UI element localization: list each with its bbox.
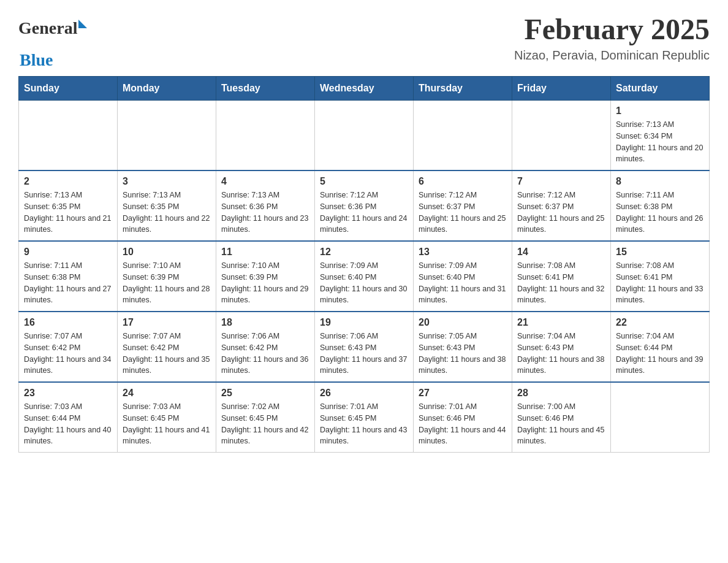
day-number: 13 [419, 247, 507, 258]
day-number: 9 [24, 247, 112, 258]
calendar-cell: 10Sunrise: 7:10 AMSunset: 6:39 PMDayligh… [118, 241, 216, 312]
column-header-saturday: Saturday [611, 77, 710, 101]
logo: General [18, 18, 87, 38]
column-header-tuesday: Tuesday [216, 77, 315, 101]
calendar-week-row: 16Sunrise: 7:07 AMSunset: 6:42 PMDayligh… [19, 312, 710, 382]
day-info: Sunrise: 7:12 AMSunset: 6:37 PMDaylight:… [517, 190, 605, 236]
calendar-cell [19, 101, 118, 171]
calendar-cell: 1Sunrise: 7:13 AMSunset: 6:34 PMDaylight… [611, 101, 710, 171]
day-info: Sunrise: 7:02 AMSunset: 6:45 PMDaylight:… [221, 401, 309, 447]
day-number: 3 [123, 176, 211, 187]
day-info: Sunrise: 7:04 AMSunset: 6:44 PMDaylight:… [616, 331, 704, 377]
day-number: 8 [616, 176, 704, 187]
calendar-cell: 21Sunrise: 7:04 AMSunset: 6:43 PMDayligh… [512, 312, 611, 382]
day-number: 24 [123, 388, 211, 399]
column-header-wednesday: Wednesday [315, 77, 414, 101]
day-info: Sunrise: 7:13 AMSunset: 6:36 PMDaylight:… [221, 190, 309, 236]
day-info: Sunrise: 7:08 AMSunset: 6:41 PMDaylight:… [616, 260, 704, 306]
calendar-cell: 8Sunrise: 7:11 AMSunset: 6:38 PMDaylight… [611, 170, 710, 241]
day-info: Sunrise: 7:06 AMSunset: 6:43 PMDaylight:… [320, 331, 408, 377]
day-info: Sunrise: 7:10 AMSunset: 6:39 PMDaylight:… [123, 260, 211, 306]
calendar-cell: 19Sunrise: 7:06 AMSunset: 6:43 PMDayligh… [315, 312, 414, 382]
calendar-cell: 2Sunrise: 7:13 AMSunset: 6:35 PMDaylight… [19, 170, 118, 241]
column-header-friday: Friday [512, 77, 611, 101]
day-number: 1 [616, 105, 704, 117]
day-number: 20 [419, 317, 507, 328]
day-number: 11 [221, 247, 309, 258]
day-info: Sunrise: 7:08 AMSunset: 6:41 PMDaylight:… [517, 260, 605, 306]
calendar-cell: 18Sunrise: 7:06 AMSunset: 6:42 PMDayligh… [216, 312, 315, 382]
calendar-header-row: SundayMondayTuesdayWednesdayThursdayFrid… [19, 77, 710, 101]
calendar-cell: 25Sunrise: 7:02 AMSunset: 6:45 PMDayligh… [216, 382, 315, 453]
calendar-subtitle: Nizao, Peravia, Dominican Republic [514, 48, 710, 63]
day-info: Sunrise: 7:11 AMSunset: 6:38 PMDaylight:… [24, 260, 112, 306]
day-number: 7 [517, 176, 605, 187]
calendar-cell [414, 101, 512, 171]
logo-blue: Blue [20, 50, 53, 69]
calendar-cell: 27Sunrise: 7:01 AMSunset: 6:46 PMDayligh… [414, 382, 512, 453]
calendar-cell: 11Sunrise: 7:10 AMSunset: 6:39 PMDayligh… [216, 241, 315, 312]
calendar-cell: 15Sunrise: 7:08 AMSunset: 6:41 PMDayligh… [611, 241, 710, 312]
column-header-thursday: Thursday [414, 77, 512, 101]
day-number: 15 [616, 247, 704, 258]
day-info: Sunrise: 7:07 AMSunset: 6:42 PMDaylight:… [24, 331, 112, 377]
calendar-cell: 5Sunrise: 7:12 AMSunset: 6:36 PMDaylight… [315, 170, 414, 241]
day-number: 16 [24, 317, 112, 328]
day-info: Sunrise: 7:12 AMSunset: 6:37 PMDaylight:… [419, 190, 507, 236]
calendar-cell: 22Sunrise: 7:04 AMSunset: 6:44 PMDayligh… [611, 312, 710, 382]
calendar-week-row: 9Sunrise: 7:11 AMSunset: 6:38 PMDaylight… [19, 241, 710, 312]
title-block: February 2025 Nizao, Peravia, Dominican … [514, 12, 710, 63]
day-info: Sunrise: 7:13 AMSunset: 6:35 PMDaylight:… [123, 190, 211, 236]
calendar-cell: 3Sunrise: 7:13 AMSunset: 6:35 PMDaylight… [118, 170, 216, 241]
day-info: Sunrise: 7:11 AMSunset: 6:38 PMDaylight:… [616, 190, 704, 236]
calendar-cell: 23Sunrise: 7:03 AMSunset: 6:44 PMDayligh… [19, 382, 118, 453]
calendar-cell: 26Sunrise: 7:01 AMSunset: 6:45 PMDayligh… [315, 382, 414, 453]
calendar-cell [216, 101, 315, 171]
calendar-cell: 12Sunrise: 7:09 AMSunset: 6:40 PMDayligh… [315, 241, 414, 312]
day-number: 22 [616, 317, 704, 328]
day-info: Sunrise: 7:00 AMSunset: 6:46 PMDaylight:… [517, 401, 605, 447]
calendar-cell [611, 382, 710, 453]
day-info: Sunrise: 7:13 AMSunset: 6:35 PMDaylight:… [24, 190, 112, 236]
day-info: Sunrise: 7:12 AMSunset: 6:36 PMDaylight:… [320, 190, 408, 236]
calendar-cell [315, 101, 414, 171]
day-number: 26 [320, 388, 408, 399]
day-number: 28 [517, 388, 605, 399]
day-number: 17 [123, 317, 211, 328]
calendar-week-row: 1Sunrise: 7:13 AMSunset: 6:34 PMDaylight… [19, 101, 710, 171]
day-number: 12 [320, 247, 408, 258]
day-number: 18 [221, 317, 309, 328]
day-info: Sunrise: 7:03 AMSunset: 6:44 PMDaylight:… [24, 401, 112, 447]
day-number: 25 [221, 388, 309, 399]
day-number: 23 [24, 388, 112, 399]
day-info: Sunrise: 7:06 AMSunset: 6:42 PMDaylight:… [221, 331, 309, 377]
calendar-cell: 4Sunrise: 7:13 AMSunset: 6:36 PMDaylight… [216, 170, 315, 241]
day-number: 19 [320, 317, 408, 328]
calendar-cell [512, 101, 611, 171]
calendar-cell: 16Sunrise: 7:07 AMSunset: 6:42 PMDayligh… [19, 312, 118, 382]
calendar-cell: 6Sunrise: 7:12 AMSunset: 6:37 PMDaylight… [414, 170, 512, 241]
day-number: 21 [517, 317, 605, 328]
column-header-monday: Monday [118, 77, 216, 101]
calendar-table: SundayMondayTuesdayWednesdayThursdayFrid… [18, 76, 710, 453]
day-info: Sunrise: 7:04 AMSunset: 6:43 PMDaylight:… [517, 331, 605, 377]
logo-triangle-icon [78, 20, 87, 28]
day-number: 14 [517, 247, 605, 258]
calendar-cell: 20Sunrise: 7:05 AMSunset: 6:43 PMDayligh… [414, 312, 512, 382]
day-info: Sunrise: 7:01 AMSunset: 6:45 PMDaylight:… [320, 401, 408, 447]
day-info: Sunrise: 7:09 AMSunset: 6:40 PMDaylight:… [320, 260, 408, 306]
day-info: Sunrise: 7:07 AMSunset: 6:42 PMDaylight:… [123, 331, 211, 377]
day-info: Sunrise: 7:10 AMSunset: 6:39 PMDaylight:… [221, 260, 309, 306]
day-number: 4 [221, 176, 309, 187]
calendar-cell: 14Sunrise: 7:08 AMSunset: 6:41 PMDayligh… [512, 241, 611, 312]
calendar-cell: 13Sunrise: 7:09 AMSunset: 6:40 PMDayligh… [414, 241, 512, 312]
day-info: Sunrise: 7:01 AMSunset: 6:46 PMDaylight:… [419, 401, 507, 447]
calendar-cell: 28Sunrise: 7:00 AMSunset: 6:46 PMDayligh… [512, 382, 611, 453]
day-info: Sunrise: 7:13 AMSunset: 6:34 PMDaylight:… [616, 119, 704, 165]
calendar-cell: 7Sunrise: 7:12 AMSunset: 6:37 PMDaylight… [512, 170, 611, 241]
day-number: 27 [419, 388, 507, 399]
calendar-week-row: 2Sunrise: 7:13 AMSunset: 6:35 PMDaylight… [19, 170, 710, 241]
day-info: Sunrise: 7:05 AMSunset: 6:43 PMDaylight:… [419, 331, 507, 377]
column-header-sunday: Sunday [19, 77, 118, 101]
day-number: 5 [320, 176, 408, 187]
